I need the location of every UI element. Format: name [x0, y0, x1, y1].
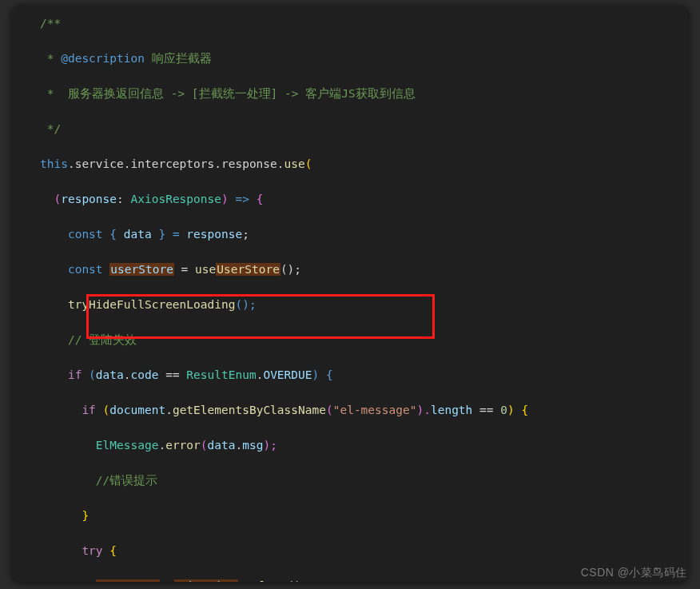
- parens: ();: [288, 579, 308, 582]
- fn-userstore: UserStore: [216, 263, 280, 276]
- comment: * 服务器换返回信息 -> [拦截统一处理] -> 客户端JS获取到信息: [40, 87, 416, 100]
- brace: {: [249, 193, 263, 205]
- parens: ();: [235, 298, 256, 311]
- comment: //错误提示: [96, 474, 157, 487]
- op-optional: ?.: [160, 579, 173, 582]
- indent: [40, 474, 96, 487]
- param-response: response: [61, 193, 117, 205]
- code-editor[interactable]: /** * @description 响应拦截器 * 服务器换返回信息 -> […: [11, 5, 689, 582]
- var-data: data: [124, 228, 152, 241]
- dot: .: [124, 368, 131, 381]
- indent: [40, 263, 68, 276]
- op-optional: ?.: [238, 579, 252, 582]
- comment: // 登陆失效: [68, 333, 137, 346]
- paren: ): [221, 193, 235, 205]
- op-eq: ==: [158, 368, 186, 381]
- brace: } =: [152, 228, 187, 241]
- brace: ) {: [507, 404, 528, 416]
- var-data: data: [208, 439, 236, 452]
- class-elmessage: ElMessage: [96, 439, 159, 452]
- op-eq: ==: [472, 404, 500, 416]
- brace: {: [103, 544, 117, 557]
- indent: [40, 544, 82, 557]
- dot: .: [235, 439, 242, 452]
- dot: .: [158, 439, 165, 452]
- prop-code: code: [131, 368, 159, 381]
- paren: (: [96, 404, 109, 416]
- prop-length: length: [431, 404, 472, 416]
- var-data: data: [96, 368, 124, 381]
- indent: [40, 579, 96, 582]
- indent: (: [40, 193, 61, 205]
- number-zero: 0: [500, 404, 507, 416]
- keyword-const: const: [68, 228, 103, 241]
- indent: [40, 368, 68, 381]
- var-response: response: [186, 228, 242, 241]
- semi: ;: [242, 228, 249, 241]
- space: [103, 263, 110, 276]
- assign: =: [174, 263, 195, 276]
- dot: .: [165, 404, 173, 416]
- parens: ();: [280, 263, 301, 276]
- enum-resultenum: ResultEnum: [186, 368, 256, 381]
- jsdoc-tag: @description: [61, 52, 145, 65]
- var-document: document: [109, 404, 165, 416]
- comment: */: [40, 122, 61, 135]
- indent: [40, 333, 68, 346]
- enum-overdue: OVERDUE: [263, 368, 312, 381]
- comment: 响应拦截器: [145, 52, 212, 65]
- keyword-if: if: [68, 368, 82, 381]
- colon: :: [117, 193, 130, 205]
- brace: ) {: [312, 368, 333, 381]
- member-chain: .service.interceptors.response.: [68, 157, 284, 170]
- keyword-if: if: [82, 404, 95, 416]
- brace-close: }: [40, 509, 89, 522]
- paren: (: [201, 439, 208, 452]
- brace: {: [103, 228, 124, 241]
- watermark: CSDN @小菜鸟码住: [581, 563, 687, 581]
- method-use: use: [284, 157, 305, 170]
- string-el-message: "el-message": [333, 404, 417, 416]
- paren: (: [326, 404, 333, 416]
- fn-use: use: [195, 263, 216, 276]
- paren: (: [305, 157, 312, 170]
- fn-tryhide: tryHideFullScreenLoading: [68, 298, 236, 311]
- arrow: =>: [235, 193, 249, 205]
- indent: [40, 439, 96, 452]
- var-userstore: userStore: [109, 263, 174, 276]
- keyword-try: try: [82, 544, 102, 557]
- type-axiosresponse: AxiosResponse: [131, 193, 222, 205]
- paren: );: [263, 439, 276, 452]
- indent: [40, 228, 68, 241]
- comment: *: [40, 52, 61, 65]
- prop-msg: msg: [242, 439, 263, 452]
- paren: ).: [416, 404, 430, 416]
- var-userstore: userStore: [96, 579, 161, 582]
- fn-getelements: getElementsByClassName: [173, 404, 326, 416]
- fn-close: close: [253, 579, 288, 582]
- code-block: /** * @description 响应拦截器 * 服务器换返回信息 -> […: [11, 14, 689, 582]
- prop-websocket: webSocket: [174, 579, 239, 582]
- paren: (: [82, 368, 95, 381]
- fn-error: error: [165, 439, 201, 452]
- indent: [40, 404, 82, 416]
- keyword-this: this: [40, 157, 68, 170]
- keyword-const: const: [68, 263, 103, 276]
- indent: [40, 298, 68, 311]
- comment: /**: [40, 17, 61, 30]
